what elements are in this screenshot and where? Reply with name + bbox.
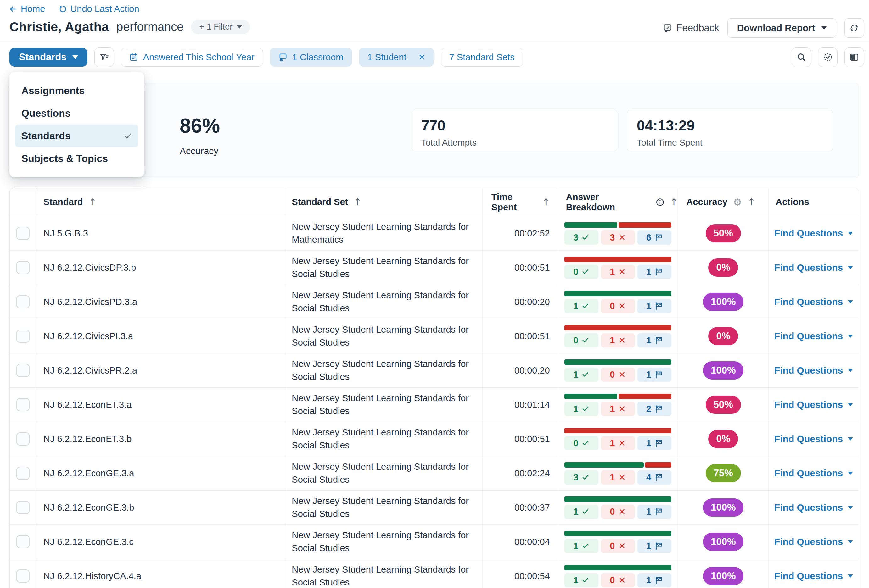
filter-badge[interactable]: + 1 Filter [191, 20, 250, 34]
table-row: NJ 6.2.12.CivicsDP.3.b New Jersey Studen… [10, 250, 859, 285]
flagged-count: 1 [646, 267, 651, 277]
row-checkbox[interactable] [16, 227, 30, 240]
refresh-button[interactable] [844, 18, 864, 38]
time-spent-value: 00:00:54 [515, 571, 550, 581]
filter-chips: Answered This School Year1 Classroom1 St… [121, 48, 523, 67]
row-checkbox[interactable] [16, 398, 30, 411]
sort-ascending-icon[interactable]: ↑ [747, 197, 755, 207]
column-header-time-spent[interactable]: Time Spent ↑ [483, 188, 558, 216]
chevron-down-icon [848, 335, 853, 338]
row-checkbox[interactable] [16, 330, 30, 343]
column-label: Answer Breakdown [566, 192, 650, 213]
flagged-count-pill: 6 [638, 231, 672, 244]
menu-item-assignments[interactable]: Assignments [9, 79, 144, 102]
row-checkbox[interactable] [16, 364, 30, 377]
column-header-standard[interactable]: Standard ↑ [37, 188, 286, 216]
flagged-count: 1 [646, 369, 651, 380]
flag-icon [655, 474, 663, 481]
filter-chip-1[interactable]: 1 Classroom [270, 48, 352, 67]
row-checkbox[interactable] [16, 261, 30, 274]
menu-item-label: Questions [21, 108, 70, 119]
correct-count: 1 [573, 541, 578, 551]
row-checkbox[interactable] [16, 295, 30, 308]
column-header-answer-breakdown[interactable]: Answer Breakdown ↑ [558, 188, 678, 216]
flag-icon [655, 405, 663, 413]
time-spent-value: 00:00:04 [515, 537, 550, 547]
time-filter-button[interactable] [818, 47, 838, 67]
total-time-card: 04:13:29 Total Time Spent [627, 110, 833, 151]
search-button[interactable] [792, 47, 811, 67]
feedback-button[interactable]: Feedback [663, 22, 719, 34]
find-questions-button[interactable]: Find Questions [774, 536, 853, 547]
incorrect-count: 0 [610, 369, 615, 380]
row-checkbox[interactable] [16, 535, 30, 548]
accuracy-badge: 50% [706, 395, 741, 414]
undo-last-action-link[interactable]: Undo Last Action [59, 4, 139, 14]
chevron-down-icon [848, 575, 853, 578]
row-checkbox[interactable] [16, 569, 30, 583]
page-title-view-type: performance [116, 20, 184, 34]
home-link[interactable]: Home [9, 4, 45, 14]
sort-ascending-icon[interactable]: ↑ [670, 197, 678, 207]
topbar-actions: Feedback Download Report [663, 18, 864, 38]
close-icon[interactable] [418, 54, 426, 61]
standard-code: NJ 6.2.12.CivicsPD.3.a [43, 297, 137, 307]
answer-breakdown-bar [565, 428, 672, 433]
column-header-standard-set[interactable]: Standard Set ↑ [286, 188, 483, 216]
filter-chip-2[interactable]: 1 Student [359, 48, 434, 67]
answer-breakdown: 1 0 1 [565, 359, 672, 382]
find-questions-button[interactable]: Find Questions [774, 571, 853, 581]
incorrect-count: 3 [610, 233, 615, 243]
find-questions-button[interactable]: Find Questions [774, 502, 853, 513]
flag-icon [655, 336, 663, 344]
correct-count-pill: 3 [565, 231, 598, 244]
check-icon [582, 542, 589, 549]
menu-item-standards[interactable]: Standards [15, 124, 138, 147]
gear-icon[interactable]: ⚙ [733, 197, 742, 208]
row-checkbox[interactable] [16, 501, 30, 514]
find-questions-button[interactable]: Find Questions [774, 365, 853, 376]
classroom-icon [279, 53, 287, 62]
find-questions-button[interactable]: Find Questions [774, 262, 853, 273]
correct-count: 1 [573, 575, 578, 585]
columns-button[interactable] [844, 47, 864, 67]
sort-ascending-icon[interactable]: ↑ [354, 197, 362, 207]
top-links: Home Undo Last Action [9, 4, 139, 14]
page-title-row: Christie, Agatha performance + 1 Filter [9, 19, 250, 34]
flagged-count-pill: 1 [638, 505, 672, 519]
correct-count-pill: 1 [565, 573, 598, 587]
download-report-button[interactable]: Download Report [727, 18, 836, 38]
find-questions-label: Find Questions [774, 296, 843, 307]
filter-chip-3[interactable]: 7 Standard Sets [441, 48, 523, 67]
sort-ascending-icon[interactable]: ↑ [542, 197, 550, 207]
filter-settings-button[interactable] [94, 47, 114, 67]
row-checkbox[interactable] [16, 432, 30, 446]
menu-item-subjects-topics[interactable]: Subjects & Topics [9, 147, 144, 170]
incorrect-count: 0 [610, 301, 615, 311]
table-row: NJ 6.2.12.CivicsPR.2.a New Jersey Studen… [10, 353, 859, 388]
standard-set-name: New Jersey Student Learning Standards fo… [292, 495, 477, 520]
find-questions-button[interactable]: Find Questions [774, 399, 853, 410]
sort-ascending-icon[interactable]: ↑ [89, 197, 96, 207]
view-selector-button[interactable]: Standards [9, 48, 87, 67]
menu-item-questions[interactable]: Questions [9, 102, 144, 124]
flagged-count-pill: 1 [638, 573, 672, 587]
incorrect-count: 1 [610, 335, 615, 345]
column-header-accuracy[interactable]: Accuracy ⚙ ↑ [678, 188, 769, 216]
info-icon[interactable] [656, 198, 664, 207]
find-questions-button[interactable]: Find Questions [774, 296, 853, 307]
chip-label: 1 Student [368, 52, 406, 62]
find-questions-button[interactable]: Find Questions [774, 331, 853, 342]
filter-chip-0[interactable]: Answered This School Year [121, 48, 263, 67]
correct-count: 0 [573, 438, 578, 449]
find-questions-button[interactable]: Find Questions [774, 468, 853, 478]
standard-code: NJ 6.2.12.CivicsPI.3.a [43, 331, 133, 342]
find-questions-button[interactable]: Find Questions [774, 228, 853, 238]
table-row: NJ 6.2.12.HistoryCA.4.a New Jersey Stude… [10, 559, 859, 588]
standard-code: NJ 6.2.12.CivicsDP.3.b [43, 262, 136, 273]
flagged-count: 1 [646, 507, 651, 517]
row-checkbox[interactable] [16, 467, 30, 480]
standard-set-name: New Jersey Student Learning Standards fo… [292, 529, 477, 555]
standard-code: NJ 6.2.12.HistoryCA.4.a [43, 571, 141, 581]
find-questions-button[interactable]: Find Questions [774, 434, 853, 444]
